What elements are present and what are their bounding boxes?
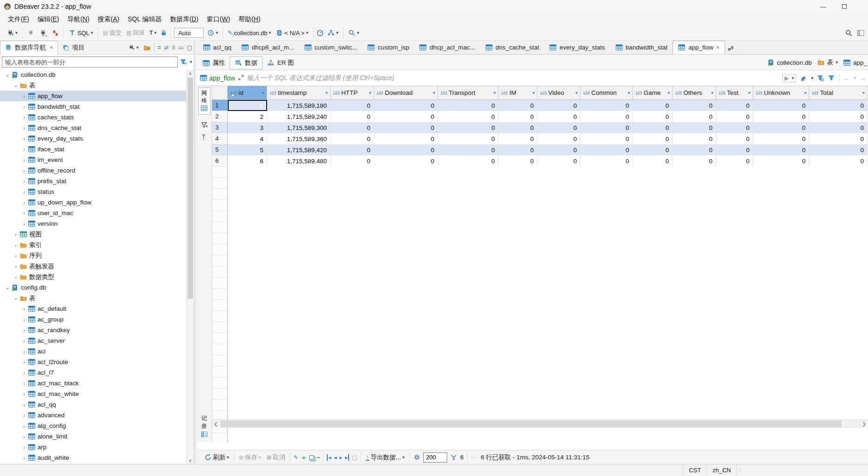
menu-数据库(D)[interactable]: 数据库(D) — [166, 14, 202, 25]
chevron-right-icon[interactable]: › — [20, 147, 28, 152]
tab-database-navigator[interactable]: 数据库导航 × — [0, 41, 58, 55]
cell-Total[interactable]: 0 — [809, 144, 868, 155]
tree-item-arp[interactable]: ›arp — [0, 442, 186, 452]
cell-id[interactable]: 5 — [228, 144, 267, 155]
chevron-right-icon[interactable]: › — [20, 328, 28, 333]
tree-item-status[interactable]: ›status — [0, 186, 186, 197]
cell-Test[interactable]: 0 — [716, 122, 753, 133]
chevron-right-icon[interactable]: › — [20, 413, 28, 418]
column-header-Unknown[interactable]: 123Unknown▾ — [753, 86, 809, 100]
scroll-up-icon[interactable]: ∧ — [187, 69, 194, 77]
tree-item-config.db[interactable]: ⌄config.db — [0, 282, 186, 293]
cell-HTTP[interactable]: 0 — [331, 122, 374, 133]
chevron-right-icon[interactable]: › — [20, 221, 28, 227]
cell-IM[interactable]: 0 — [499, 155, 537, 167]
cell-Others[interactable]: 0 — [673, 100, 716, 111]
cell-HTTP[interactable]: 0 — [331, 144, 374, 155]
cell-timestamp[interactable]: 1,715,589,240 — [267, 111, 331, 122]
cell-Video[interactable]: 0 — [537, 155, 581, 167]
cell-id[interactable]: 3 — [228, 122, 267, 133]
tree-item-ac_group[interactable]: ›ac_group — [0, 314, 186, 325]
caret-down-icon[interactable]: ▾ — [854, 76, 856, 80]
cell-Video[interactable]: 0 — [537, 133, 581, 144]
cell-Common[interactable]: 0 — [581, 144, 633, 155]
cell-Transport[interactable]: 0 — [438, 122, 499, 133]
chevron-right-icon[interactable]: › — [20, 179, 28, 184]
chevron-right-icon[interactable]: › — [20, 381, 28, 386]
active-schema-combo[interactable]: < N/A > ▾ — [275, 28, 310, 37]
editor-tab-acl_qq[interactable]: acl_qq — [198, 41, 237, 54]
cell-Download[interactable]: 0 — [374, 155, 438, 167]
cell-Common[interactable]: 0 — [581, 155, 633, 167]
cell-HTTP[interactable]: 0 — [331, 155, 374, 167]
sidebar-connect-button[interactable]: ▾ — [126, 43, 140, 52]
chevron-right-icon[interactable]: › — [20, 359, 28, 365]
cell-HTTP[interactable]: 0 — [331, 133, 374, 144]
tree-item-offline_record[interactable]: ›offline_record — [0, 165, 186, 176]
cell-Unknown[interactable]: 0 — [753, 100, 809, 111]
tree-item-acl_mac_white[interactable]: ›acl_mac_white — [0, 389, 186, 399]
chevron-right-icon[interactable]: › — [20, 157, 28, 163]
column-filter-caret-icon[interactable]: ▾ — [433, 91, 435, 95]
chevron-right-icon[interactable]: › — [12, 253, 19, 259]
cell-Test[interactable]: 0 — [716, 133, 753, 144]
scrollbar-thumb[interactable] — [187, 78, 193, 299]
cell-Game[interactable]: 0 — [633, 122, 673, 133]
settings-gear-icon[interactable] — [413, 454, 420, 461]
next-row-icon[interactable]: ▸ — [339, 454, 342, 461]
column-header-id[interactable]: 123id▾ — [228, 86, 267, 100]
save-filter-icon[interactable] — [817, 74, 824, 82]
cell-id[interactable]: 6 — [228, 155, 267, 167]
column-filter-caret-icon[interactable]: ▾ — [532, 91, 535, 95]
cell-Unknown[interactable]: 0 — [753, 122, 809, 133]
caret-down-icon[interactable]: ▾ — [811, 76, 813, 80]
cell-HTTP[interactable]: 0 — [331, 100, 374, 111]
tree-item-version[interactable]: ›version — [0, 218, 186, 229]
refresh-button[interactable]: 刷新 ▾ — [203, 452, 231, 463]
first-row-icon[interactable]: ◂ — [327, 454, 331, 461]
cell-IM[interactable]: 0 — [499, 144, 537, 155]
reconnect-button[interactable] — [38, 28, 48, 37]
chain-link-icon[interactable]: 8 — [172, 45, 175, 50]
menu-文件(F)[interactable]: 文件(F) — [4, 14, 33, 25]
cell-Video[interactable]: 0 — [537, 100, 581, 111]
column-filter-caret-icon[interactable]: ▾ — [325, 91, 328, 95]
cell-Others[interactable]: 0 — [673, 122, 716, 133]
row-number-cell[interactable]: 1 — [212, 100, 228, 111]
caret-down-icon[interactable]: ▾ — [190, 60, 192, 64]
cell-Others[interactable]: 0 — [673, 144, 716, 155]
commit-button[interactable]: ▤提交 — [101, 28, 123, 38]
grid-corner-cell[interactable] — [212, 86, 228, 100]
cell-Test[interactable]: 0 — [716, 100, 753, 111]
column-header-Test[interactable]: 123Test▾ — [716, 86, 753, 100]
cell-IM[interactable]: 0 — [499, 111, 537, 122]
chevron-right-icon[interactable]: › — [20, 210, 28, 216]
cell-Download[interactable]: 0 — [374, 100, 438, 111]
link-with-editor-icon[interactable]: ⇄ — [164, 45, 169, 50]
breadcrumb-database[interactable]: collection.db — [767, 59, 812, 66]
breadcrumb-tables-folder[interactable]: 表 ▾ — [817, 58, 838, 67]
chevron-right-icon[interactable]: › — [12, 264, 19, 269]
row-number-cell[interactable]: 2 — [212, 111, 228, 122]
cell-Download[interactable]: 0 — [374, 133, 438, 144]
cell-Unknown[interactable]: 0 — [753, 133, 809, 144]
chevron-down-icon[interactable]: ⌄ — [12, 295, 19, 301]
cell-Game[interactable]: 0 — [633, 144, 673, 155]
chevron-down-icon[interactable]: ⌄ — [12, 82, 19, 88]
chevron-right-icon[interactable]: › — [12, 232, 19, 237]
column-filter-caret-icon[interactable]: ▾ — [493, 91, 496, 95]
cell-Game[interactable]: 0 — [633, 155, 673, 167]
tree-item-acl_l7[interactable]: ›acl_l7 — [0, 367, 186, 378]
cell-Others[interactable]: 0 — [673, 133, 716, 144]
chevron-right-icon[interactable]: › — [20, 434, 28, 439]
chevron-right-icon[interactable]: › — [20, 125, 28, 131]
cell-Game[interactable]: 0 — [633, 133, 673, 144]
cell-Unknown[interactable]: 0 — [753, 144, 809, 155]
tree-item-ac_server[interactable]: ›ac_server — [0, 335, 186, 346]
cell-Video[interactable]: 0 — [537, 144, 581, 155]
connect-button[interactable]: ▾ — [5, 28, 19, 37]
edit-row-icon[interactable]: ✎ — [293, 455, 298, 460]
new-folder-icon[interactable] — [144, 44, 151, 51]
cell-Total[interactable]: 0 — [809, 100, 868, 111]
cell-timestamp[interactable]: 1,715,589,180 — [267, 100, 331, 111]
